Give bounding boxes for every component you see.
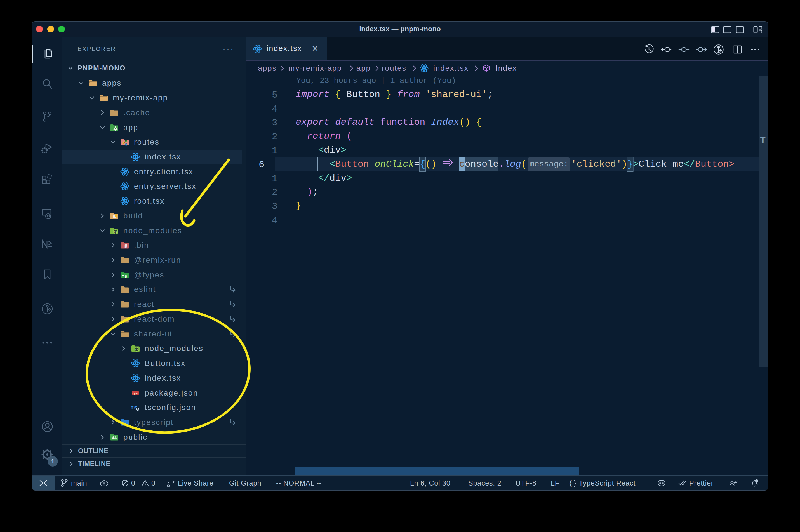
svg-text:npm: npm [132,392,139,394]
svg-text:JS: JS [114,230,118,233]
svg-text:10: 10 [124,246,127,248]
svg-text:TS: TS [122,274,128,279]
svg-text:JS: JS [135,348,139,351]
svg-text:TS: TS [122,422,128,426]
